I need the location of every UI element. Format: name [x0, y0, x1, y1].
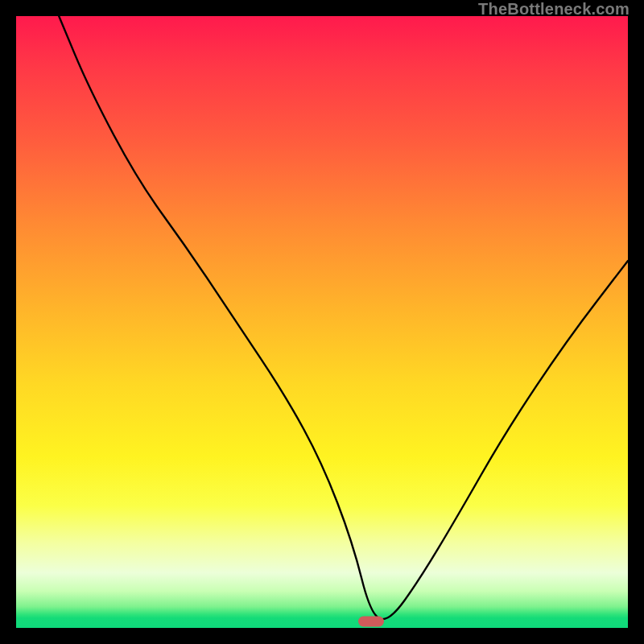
- optimal-marker: [358, 617, 384, 627]
- plot-area: [16, 16, 628, 628]
- bottleneck-curve: [16, 16, 628, 628]
- chart-frame: TheBottleneck.com: [0, 0, 644, 644]
